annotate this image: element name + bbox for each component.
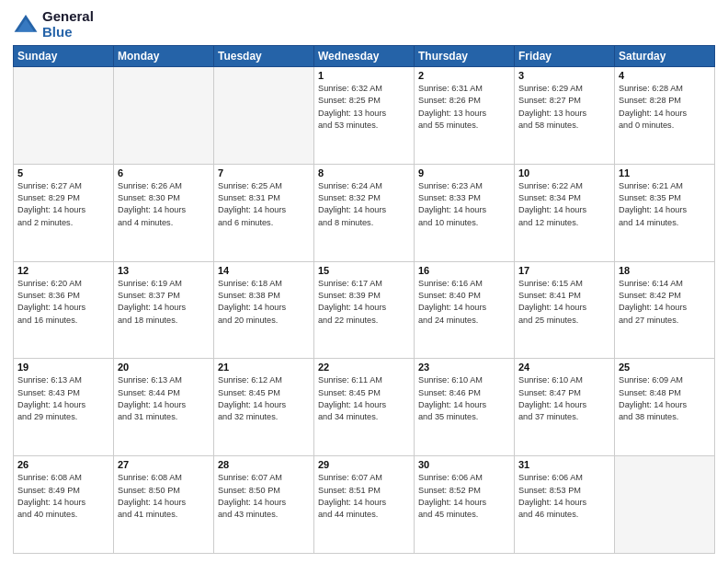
day-info: Sunrise: 6:08 AM Sunset: 8:50 PM Dayligh… — [118, 472, 210, 521]
day-info: Sunrise: 6:24 AM Sunset: 8:32 PM Dayligh… — [318, 180, 410, 229]
day-number: 6 — [118, 167, 210, 178]
day-number: 8 — [318, 167, 410, 178]
calendar-cell: 27Sunrise: 6:08 AM Sunset: 8:50 PM Dayli… — [114, 456, 214, 554]
calendar-cell: 7Sunrise: 6:25 AM Sunset: 8:31 PM Daylig… — [214, 164, 314, 261]
day-number: 20 — [118, 362, 210, 373]
calendar-cell: 22Sunrise: 6:11 AM Sunset: 8:45 PM Dayli… — [314, 359, 415, 456]
day-number: 2 — [418, 70, 510, 81]
calendar-cell: 29Sunrise: 6:07 AM Sunset: 8:51 PM Dayli… — [314, 456, 415, 554]
calendar-cell — [214, 67, 314, 165]
week-row-0: 1Sunrise: 6:32 AM Sunset: 8:25 PM Daylig… — [14, 67, 715, 165]
calendar-cell: 31Sunrise: 6:06 AM Sunset: 8:53 PM Dayli… — [515, 456, 615, 554]
day-number: 30 — [418, 459, 510, 470]
calendar-cell: 21Sunrise: 6:12 AM Sunset: 8:45 PM Dayli… — [214, 359, 314, 456]
calendar-cell: 20Sunrise: 6:13 AM Sunset: 8:44 PM Dayli… — [114, 359, 214, 456]
day-info: Sunrise: 6:06 AM Sunset: 8:53 PM Dayligh… — [518, 472, 610, 521]
day-info: Sunrise: 6:21 AM Sunset: 8:35 PM Dayligh… — [619, 180, 711, 229]
calendar-cell: 8Sunrise: 6:24 AM Sunset: 8:32 PM Daylig… — [314, 164, 415, 261]
calendar-table: SundayMondayTuesdayWednesdayThursdayFrid… — [13, 45, 715, 554]
page: General Blue SundayMondayTuesdayWednesda… — [0, 0, 728, 563]
calendar-cell: 13Sunrise: 6:19 AM Sunset: 8:37 PM Dayli… — [114, 261, 214, 359]
header: General Blue — [13, 9, 715, 40]
logo: General Blue — [13, 9, 94, 40]
calendar-cell: 25Sunrise: 6:09 AM Sunset: 8:48 PM Dayli… — [615, 359, 715, 456]
calendar-cell: 10Sunrise: 6:22 AM Sunset: 8:34 PM Dayli… — [515, 164, 615, 261]
day-info: Sunrise: 6:23 AM Sunset: 8:33 PM Dayligh… — [418, 180, 510, 229]
calendar-cell: 23Sunrise: 6:10 AM Sunset: 8:46 PM Dayli… — [415, 359, 515, 456]
calendar-cell: 19Sunrise: 6:13 AM Sunset: 8:43 PM Dayli… — [14, 359, 114, 456]
day-number: 12 — [17, 265, 109, 276]
calendar-cell: 14Sunrise: 6:18 AM Sunset: 8:38 PM Dayli… — [214, 261, 314, 359]
day-info: Sunrise: 6:10 AM Sunset: 8:47 PM Dayligh… — [518, 374, 610, 423]
logo-text: General Blue — [42, 9, 94, 40]
day-info: Sunrise: 6:07 AM Sunset: 8:51 PM Dayligh… — [318, 472, 410, 521]
week-row-4: 26Sunrise: 6:08 AM Sunset: 8:49 PM Dayli… — [14, 456, 715, 554]
day-info: Sunrise: 6:27 AM Sunset: 8:29 PM Dayligh… — [17, 180, 109, 229]
day-info: Sunrise: 6:26 AM Sunset: 8:30 PM Dayligh… — [118, 180, 210, 229]
day-info: Sunrise: 6:07 AM Sunset: 8:50 PM Dayligh… — [218, 472, 310, 521]
calendar-cell: 17Sunrise: 6:15 AM Sunset: 8:41 PM Dayli… — [515, 261, 615, 359]
calendar-cell: 2Sunrise: 6:31 AM Sunset: 8:26 PM Daylig… — [415, 67, 515, 165]
day-number: 21 — [218, 362, 310, 373]
week-row-3: 19Sunrise: 6:13 AM Sunset: 8:43 PM Dayli… — [14, 359, 715, 456]
calendar-cell: 11Sunrise: 6:21 AM Sunset: 8:35 PM Dayli… — [615, 164, 715, 261]
day-info: Sunrise: 6:14 AM Sunset: 8:42 PM Dayligh… — [619, 278, 711, 327]
day-number: 13 — [118, 265, 210, 276]
day-info: Sunrise: 6:12 AM Sunset: 8:45 PM Dayligh… — [218, 374, 310, 423]
calendar-cell: 1Sunrise: 6:32 AM Sunset: 8:25 PM Daylig… — [314, 67, 415, 165]
day-number: 19 — [17, 362, 109, 373]
calendar-cell: 3Sunrise: 6:29 AM Sunset: 8:27 PM Daylig… — [515, 67, 615, 165]
day-number: 7 — [218, 167, 310, 178]
weekday-header-monday: Monday — [114, 46, 214, 67]
calendar-cell: 16Sunrise: 6:16 AM Sunset: 8:40 PM Dayli… — [415, 261, 515, 359]
calendar-cell: 18Sunrise: 6:14 AM Sunset: 8:42 PM Dayli… — [615, 261, 715, 359]
day-number: 28 — [218, 459, 310, 470]
day-info: Sunrise: 6:28 AM Sunset: 8:28 PM Dayligh… — [619, 83, 711, 132]
day-info: Sunrise: 6:16 AM Sunset: 8:40 PM Dayligh… — [418, 278, 510, 327]
day-number: 18 — [619, 265, 711, 276]
calendar-cell: 4Sunrise: 6:28 AM Sunset: 8:28 PM Daylig… — [615, 67, 715, 165]
day-number: 5 — [17, 167, 109, 178]
day-number: 31 — [518, 459, 610, 470]
day-info: Sunrise: 6:11 AM Sunset: 8:45 PM Dayligh… — [318, 374, 410, 423]
weekday-header-saturday: Saturday — [615, 46, 715, 67]
calendar-cell — [114, 67, 214, 165]
day-info: Sunrise: 6:18 AM Sunset: 8:38 PM Dayligh… — [218, 278, 310, 327]
day-number: 14 — [218, 265, 310, 276]
day-info: Sunrise: 6:13 AM Sunset: 8:43 PM Dayligh… — [17, 374, 109, 423]
day-number: 25 — [619, 362, 711, 373]
calendar-cell: 9Sunrise: 6:23 AM Sunset: 8:33 PM Daylig… — [415, 164, 515, 261]
weekday-header-thursday: Thursday — [415, 46, 515, 67]
day-number: 23 — [418, 362, 510, 373]
day-number: 3 — [518, 70, 610, 81]
day-info: Sunrise: 6:09 AM Sunset: 8:48 PM Dayligh… — [619, 374, 711, 423]
day-number: 16 — [418, 265, 510, 276]
day-number: 24 — [518, 362, 610, 373]
day-info: Sunrise: 6:13 AM Sunset: 8:44 PM Dayligh… — [118, 374, 210, 423]
day-number: 1 — [318, 70, 410, 81]
day-number: 4 — [619, 70, 711, 81]
day-info: Sunrise: 6:17 AM Sunset: 8:39 PM Dayligh… — [318, 278, 410, 327]
calendar-cell: 30Sunrise: 6:06 AM Sunset: 8:52 PM Dayli… — [415, 456, 515, 554]
calendar-cell: 15Sunrise: 6:17 AM Sunset: 8:39 PM Dayli… — [314, 261, 415, 359]
calendar-cell: 12Sunrise: 6:20 AM Sunset: 8:36 PM Dayli… — [14, 261, 114, 359]
day-info: Sunrise: 6:25 AM Sunset: 8:31 PM Dayligh… — [218, 180, 310, 229]
day-info: Sunrise: 6:32 AM Sunset: 8:25 PM Dayligh… — [318, 83, 410, 132]
weekday-header-wednesday: Wednesday — [314, 46, 415, 67]
calendar-cell: 28Sunrise: 6:07 AM Sunset: 8:50 PM Dayli… — [214, 456, 314, 554]
calendar-cell — [615, 456, 715, 554]
day-info: Sunrise: 6:15 AM Sunset: 8:41 PM Dayligh… — [518, 278, 610, 327]
calendar-cell: 24Sunrise: 6:10 AM Sunset: 8:47 PM Dayli… — [515, 359, 615, 456]
day-number: 11 — [619, 167, 711, 178]
calendar-cell: 26Sunrise: 6:08 AM Sunset: 8:49 PM Dayli… — [14, 456, 114, 554]
weekday-header-tuesday: Tuesday — [214, 46, 314, 67]
day-info: Sunrise: 6:08 AM Sunset: 8:49 PM Dayligh… — [17, 472, 109, 521]
week-row-2: 12Sunrise: 6:20 AM Sunset: 8:36 PM Dayli… — [14, 261, 715, 359]
day-number: 10 — [518, 167, 610, 178]
calendar-cell: 5Sunrise: 6:27 AM Sunset: 8:29 PM Daylig… — [14, 164, 114, 261]
day-info: Sunrise: 6:19 AM Sunset: 8:37 PM Dayligh… — [118, 278, 210, 327]
logo-icon — [13, 12, 39, 38]
day-number: 26 — [17, 459, 109, 470]
day-number: 9 — [418, 167, 510, 178]
weekday-header-sunday: Sunday — [14, 46, 114, 67]
